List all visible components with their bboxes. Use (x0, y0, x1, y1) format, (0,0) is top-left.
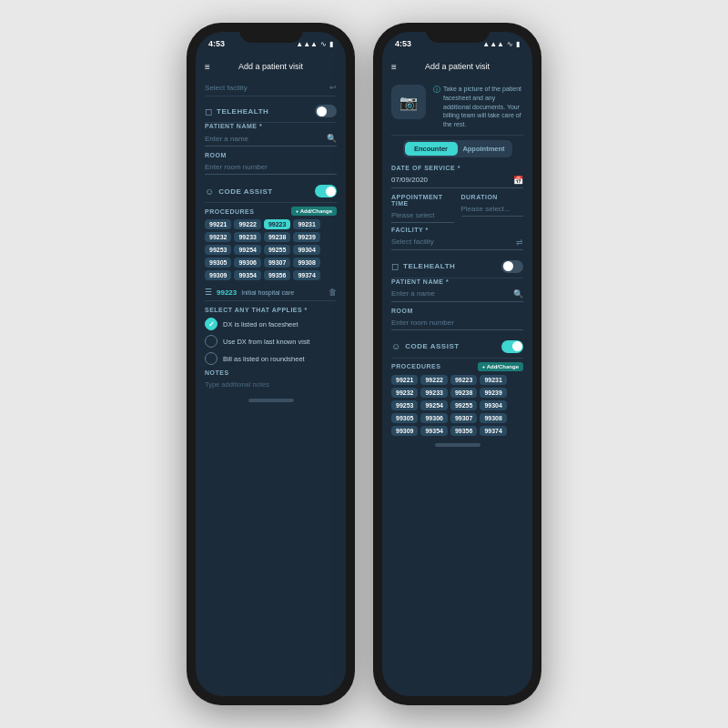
code-assist-toggle-left[interactable] (315, 185, 337, 197)
duration-input[interactable]: Please select... (461, 202, 524, 217)
chips-container-right: 9922199222992239923199232992339923899239… (391, 375, 523, 436)
chip-99255-right[interactable]: 99255 (450, 400, 477, 410)
notes-placeholder-left[interactable]: Type additional notes (205, 378, 337, 391)
chip-99309-left[interactable]: 99309 (205, 270, 231, 280)
chip-99306-left[interactable]: 99306 (234, 258, 260, 268)
chip-99356-right[interactable]: 99356 (450, 426, 477, 436)
chip-99232-right[interactable]: 99232 (391, 388, 418, 398)
photo-box[interactable]: 📷 (391, 85, 426, 119)
chip-99254-left[interactable]: 99254 (234, 245, 260, 255)
chip-99354-right[interactable]: 99354 (420, 426, 447, 436)
chip-99222-right[interactable]: 99222 (420, 375, 447, 385)
checkbox-row-1[interactable]: Use DX from last known visit (205, 335, 337, 348)
back-arrow-icon[interactable]: ↩ (329, 83, 337, 92)
checkbox-circle-2[interactable] (205, 352, 217, 365)
right-phone-content[interactable]: 📷 ⓘ Take a picture of the patient facesh… (382, 79, 532, 696)
chip-99374-left[interactable]: 99374 (293, 270, 319, 280)
notes-section-left: NOTES Type additional notes (205, 369, 337, 391)
status-time-left: 4:53 (208, 39, 225, 48)
chip-99306-right[interactable]: 99306 (420, 413, 447, 423)
trash-icon-left[interactable]: 🗑 (329, 288, 337, 297)
chip-99304-right[interactable]: 99304 (480, 400, 506, 410)
checkbox-circle-0[interactable] (205, 318, 217, 330)
patient-name-input-left[interactable]: Enter a name 🔍 (205, 131, 337, 147)
room-placeholder-left: Enter room number (205, 163, 268, 171)
chip-99253-right[interactable]: 99253 (391, 400, 418, 410)
chip-99231-left[interactable]: 99231 (293, 219, 319, 229)
tab-encounter[interactable]: Encounter (405, 142, 458, 156)
right-phone-inner: 4:53 ▲▲▲ ∿ ▮ ≡ Add a patient visit 📷 (382, 32, 532, 696)
wifi-icon: ∿ (320, 40, 327, 48)
chip-99232-left[interactable]: 99232 (205, 232, 231, 242)
facility-placeholder: Select facility (391, 238, 434, 246)
appt-time-label: APPOINTMENT TIME (391, 194, 454, 207)
chip-99223-left[interactable]: 99223 (264, 219, 290, 229)
notes-label-left: NOTES (205, 369, 337, 376)
chip-99354-left[interactable]: 99354 (234, 270, 260, 280)
facility-input[interactable]: Select facility ⇌ (391, 235, 523, 250)
chip-99356-left[interactable]: 99356 (264, 270, 290, 280)
chip-99253-left[interactable]: 99253 (205, 245, 231, 255)
tab-appointment[interactable]: Appointment (458, 142, 511, 156)
chip-99221-right[interactable]: 99221 (391, 375, 418, 385)
chip-99239-right[interactable]: 99239 (480, 388, 506, 398)
room-section-right: ROOM Enter room number (391, 308, 523, 330)
menu-icon-left[interactable]: ≡ (205, 62, 210, 72)
room-input-left[interactable]: Enter room number (205, 160, 337, 175)
chip-99238-right[interactable]: 99238 (450, 388, 477, 398)
appt-time-input[interactable]: Please select (391, 208, 454, 223)
telehealth-left-right: ◻ TELEHEALTH (391, 261, 455, 271)
chip-99222-left[interactable]: 99222 (234, 219, 260, 229)
chip-99223-right[interactable]: 99223 (450, 375, 477, 385)
checkbox-circle-1[interactable] (205, 335, 217, 348)
chip-99304-left[interactable]: 99304 (293, 245, 319, 255)
code-assist-left: ☺ CODE ASSIST (205, 187, 273, 197)
date-of-service-input[interactable]: 07/09/2020 📅 (391, 173, 523, 188)
chip-99231-right[interactable]: 99231 (480, 375, 506, 385)
patient-name-input-right[interactable]: Enter a name 🔍 (391, 287, 523, 302)
chip-99374-right[interactable]: 99374 (480, 426, 506, 436)
add-change-btn-right[interactable]: + Add/Change (478, 362, 523, 371)
chip-99305-right[interactable]: 99305 (391, 413, 418, 423)
telehealth-row-right: ◻ TELEHEALTH (391, 256, 523, 278)
left-phone-inner: 4:53 ▲▲▲ ∿ ▮ ≡ Add a patient visit Selec… (196, 32, 346, 696)
chip-99308-left[interactable]: 99308 (293, 258, 319, 268)
select-facility-row[interactable]: Select facility ↩ (205, 79, 337, 96)
chip-99309-right[interactable]: 99309 (391, 426, 418, 436)
chip-99233-left[interactable]: 99233 (234, 232, 260, 242)
checkbox-row-0[interactable]: DX is listed on facesheet (205, 318, 337, 330)
proc-row-desc-left: Initial hospital care (241, 289, 324, 296)
left-phone-content[interactable]: Select facility ↩ ◻ TELEHEALTH PATIENT N… (196, 79, 346, 696)
chip-99255-left[interactable]: 99255 (264, 245, 290, 255)
checkbox-row-2[interactable]: Bill as listed on roundsheet (205, 352, 337, 365)
search-icon-right[interactable]: 🔍 (513, 289, 523, 298)
room-input-right[interactable]: Enter room number (391, 316, 523, 330)
telehealth-toggle-left[interactable] (315, 105, 337, 117)
code-assist-toggle-right[interactable] (501, 340, 523, 353)
search-icon-left[interactable]: 🔍 (327, 134, 337, 143)
chip-99307-left[interactable]: 99307 (264, 258, 290, 268)
code-assist-label-left: CODE ASSIST (218, 187, 272, 196)
calendar-icon[interactable]: 📅 (513, 176, 523, 185)
notch (239, 23, 303, 43)
chip-99308-right[interactable]: 99308 (480, 413, 506, 423)
chip-99239-left[interactable]: 99239 (293, 232, 319, 242)
chip-99305-left[interactable]: 99305 (205, 258, 231, 268)
phone-icon-left: ◻ (205, 106, 212, 116)
photo-text: Take a picture of the patient facesheet … (443, 85, 523, 129)
right-phone: 4:53 ▲▲▲ ∿ ▮ ≡ Add a patient visit 📷 (373, 23, 541, 705)
bottom-line-left (248, 399, 294, 402)
bottom-line-right (435, 443, 480, 447)
add-change-btn-left[interactable]: + Add/Change (291, 207, 337, 216)
chip-99307-right[interactable]: 99307 (450, 413, 477, 423)
header-title-right: Add a patient visit (425, 62, 490, 71)
menu-icon-right[interactable]: ≡ (391, 62, 397, 72)
chip-99238-left[interactable]: 99238 (264, 232, 290, 242)
signal-icon: ▲▲▲ (296, 40, 318, 48)
chip-99254-right[interactable]: 99254 (420, 400, 447, 410)
swap-icon[interactable]: ⇌ (516, 238, 523, 247)
chip-99221-left[interactable]: 99221 (205, 219, 231, 229)
person-icon-right: ☺ (391, 341, 400, 351)
telehealth-toggle-right[interactable] (501, 260, 523, 273)
chip-99233-right[interactable]: 99233 (420, 388, 447, 398)
